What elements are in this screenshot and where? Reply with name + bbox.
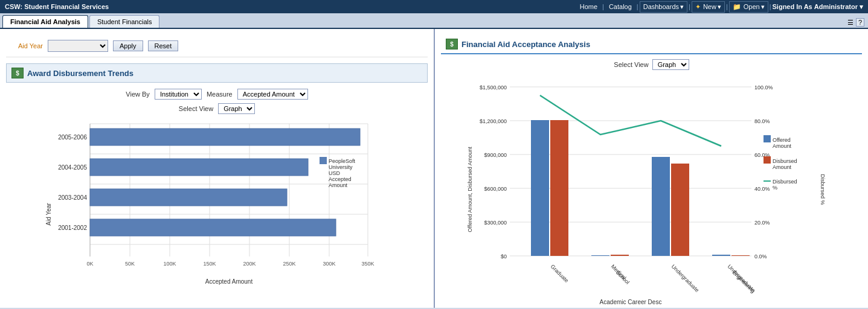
svg-text:$600,000: $600,000 — [484, 186, 507, 192]
left-select-view-label: Select View — [179, 105, 213, 112]
right-y-left-label: Offered Amount, Disbursed Amount — [467, 147, 473, 232]
new-icon: ✦ — [695, 3, 701, 11]
svg-text:University: University — [329, 164, 353, 170]
top-navigation: CSW: Student Financial Services Home | C… — [0, 0, 868, 13]
svg-text:200K: 200K — [243, 261, 256, 267]
dashboards-dropdown[interactable]: Dashboards ▾ — [640, 1, 687, 13]
tab-icons: ☰ ? — [847, 18, 868, 28]
legend-icon — [320, 157, 327, 164]
bar-chart-svg: Aid Year — [42, 118, 392, 287]
right-select-view-select[interactable]: Graph — [652, 59, 689, 70]
bar-2003-2004 — [90, 189, 287, 206]
svg-text:$0: $0 — [500, 253, 506, 260]
left-panel: Aid Year Apply Reset $ Award Disbursemen… — [0, 29, 435, 308]
legend-label: PeopleSoft — [329, 158, 356, 164]
chevron-down-icon: ▾ — [761, 3, 765, 11]
svg-text:%: % — [773, 185, 777, 191]
tab-financial-aid[interactable]: Financial Aid Analysis — [2, 15, 88, 28]
svg-text:$300,000: $300,000 — [484, 220, 507, 226]
svg-text:20.0%: 20.0% — [754, 220, 770, 226]
svg-text:Graduate: Graduate — [549, 263, 570, 284]
svg-text:Disbursed: Disbursed — [773, 158, 797, 164]
right-section-title: Financial Aid Acceptance Analysis — [461, 40, 590, 49]
svg-text:0K: 0K — [86, 261, 93, 267]
svg-text:2003-2004: 2003-2004 — [58, 194, 87, 201]
y-axis-label: Aid Year — [45, 203, 52, 226]
dollar-icon: $ — [11, 68, 24, 78]
legend-disbursed-icon — [764, 156, 771, 164]
tab-bar: Financial Aid Analysis Student Financial… — [0, 13, 868, 29]
apply-button[interactable]: Apply — [113, 40, 143, 51]
award-disbursement-header: $ Award Disbursement Trends — [6, 63, 428, 83]
right-chart-svg: Offered Amount, Disbursed Amount Disburs… — [465, 75, 839, 304]
svg-text:Amount: Amount — [773, 164, 792, 170]
svg-text:350K: 350K — [361, 261, 374, 267]
chevron-down-icon: ▾ — [860, 3, 863, 10]
svg-text:$900,000: $900,000 — [484, 152, 507, 158]
bar-2001-2002 — [90, 219, 336, 236]
right-dollar-icon: $ — [446, 39, 458, 49]
bar-medical-disbursed — [611, 255, 629, 256]
home-link[interactable]: Home — [576, 2, 601, 11]
chevron-down-icon: ▾ — [718, 3, 721, 11]
right-header: $ Financial Aid Acceptance Analysis — [441, 35, 862, 54]
left-controls-row: View By Institution Measure Accepted Amo… — [6, 89, 428, 100]
measure-select[interactable]: Accepted Amount — [237, 89, 308, 100]
left-select-view-select[interactable]: Graph — [218, 103, 255, 114]
main-content: Aid Year Apply Reset $ Award Disbursemen… — [0, 29, 868, 308]
svg-text:Amount: Amount — [773, 143, 792, 149]
new-dropdown[interactable]: ✦ New ▾ — [692, 1, 725, 13]
top-nav-right: Home | Catalog | Dashboards ▾ | ✦ New ▾ … — [576, 1, 863, 13]
aid-year-label: Aid Year — [18, 42, 43, 49]
svg-text:Engineering: Engineering — [731, 269, 756, 294]
bar-undergrad-offered — [652, 157, 670, 256]
svg-text:$1,500,000: $1,500,000 — [479, 84, 506, 91]
svg-text:100K: 100K — [163, 261, 176, 267]
legend-offered-icon — [764, 135, 771, 142]
svg-text:50K: 50K — [125, 261, 135, 267]
award-disbursement-title: Award Disbursement Trends — [27, 69, 133, 78]
view-by-label: View By — [126, 91, 150, 98]
aid-year-select[interactable] — [48, 40, 108, 52]
right-select-view-label: Select View — [614, 61, 648, 68]
left-select-view-row: Select View Graph — [6, 103, 428, 114]
signed-in-label: Signed In As Administrator ▾ — [773, 3, 863, 11]
help-icon[interactable]: ? — [856, 18, 864, 27]
right-select-view-row: Select View Graph — [441, 59, 862, 70]
right-chart: Offered Amount, Disbursed Amount Disburs… — [441, 75, 862, 304]
left-chart: Aid Year — [6, 118, 428, 287]
svg-text:Accepted: Accepted — [329, 176, 352, 182]
x-axis-label: Accepted Amount — [205, 278, 253, 285]
view-by-select[interactable]: Institution — [155, 89, 202, 100]
right-x-axis-label: Academic Career Desc — [599, 299, 661, 305]
tab-student-financials[interactable]: Student Financials — [89, 15, 160, 28]
open-dropdown[interactable]: 📁 Open ▾ — [729, 1, 768, 13]
svg-text:Offered: Offered — [773, 137, 791, 143]
svg-text:2001-2002: 2001-2002 — [58, 225, 87, 231]
app-title: CSW: Student Financial Services — [5, 3, 109, 10]
svg-text:2004-2005: 2004-2005 — [58, 164, 87, 171]
svg-text:250K: 250K — [283, 261, 295, 267]
catalog-link[interactable]: Catalog — [605, 2, 635, 11]
bar-graduate-offered — [531, 120, 549, 256]
reset-button[interactable]: Reset — [148, 40, 179, 51]
chevron-down-icon: ▾ — [680, 3, 684, 11]
svg-text:Undergraduate: Undergraduate — [670, 263, 700, 293]
measure-label: Measure — [207, 91, 233, 98]
svg-text:100.0%: 100.0% — [754, 84, 773, 91]
svg-text:40.0%: 40.0% — [754, 186, 770, 192]
list-icon[interactable]: ☰ — [847, 19, 854, 27]
bar-medical-offered — [591, 255, 609, 256]
svg-text:80.0%: 80.0% — [754, 118, 770, 124]
svg-text:Disbursed: Disbursed — [773, 179, 797, 185]
svg-text:0.0%: 0.0% — [754, 253, 767, 260]
svg-text:300K: 300K — [323, 261, 335, 267]
folder-icon: 📁 — [733, 3, 741, 11]
bar-2005-2006 — [90, 129, 360, 145]
svg-text:USD: USD — [329, 170, 341, 176]
svg-text:150K: 150K — [203, 261, 216, 267]
bar-graduate-disbursed — [550, 120, 568, 256]
right-panel: $ Financial Aid Acceptance Analysis Sele… — [435, 29, 868, 308]
filter-row: Aid Year Apply Reset — [6, 35, 428, 57]
bar-ugeng-disbursed — [731, 255, 750, 256]
